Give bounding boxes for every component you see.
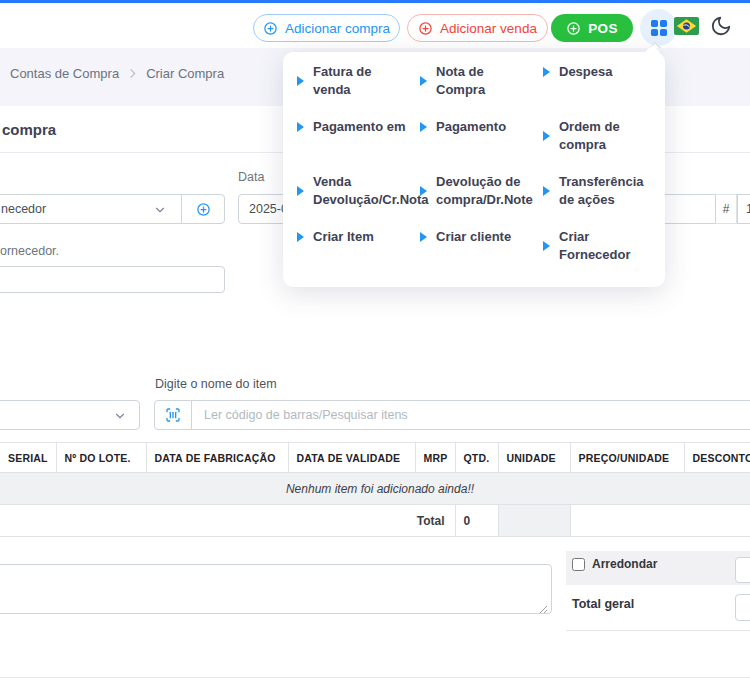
plus-circle-icon — [263, 21, 278, 36]
supplier-select[interactable]: necedor — [0, 194, 182, 224]
menu-item-venda-devolucao[interactable]: Venda Devolução/Cr.Nota — [297, 173, 420, 209]
col-qty: QTD. — [455, 443, 498, 473]
page-title: compra — [2, 121, 56, 138]
quick-menu-toggle-button[interactable] — [640, 9, 677, 46]
total-label: Total — [0, 505, 455, 537]
caret-right-icon — [420, 232, 427, 242]
menu-item-pagamento-em[interactable]: Pagamento em — [297, 118, 420, 136]
caret-right-icon — [297, 232, 304, 242]
total-row: Total 0 — [0, 505, 750, 537]
reference-number-prefix: # — [716, 194, 737, 224]
menu-item-fatura-de-venda[interactable]: Fatura de venda — [297, 63, 420, 99]
total-unit-cell — [498, 505, 570, 537]
menu-item-criar-cliente[interactable]: Criar cliente — [420, 228, 543, 246]
supplier-helper-text: ornecedor. — [0, 244, 59, 258]
menu-item-transferencia-de-acoes[interactable]: Transferência de ações — [543, 173, 666, 209]
add-purchase-label: Adicionar compra — [285, 21, 390, 36]
breadcrumb-purchase-accounts[interactable]: Contas de Compra — [10, 66, 119, 81]
breadcrumb: Contas de Compra Criar Compra — [10, 66, 224, 81]
col-manufacture-date: DATA DE FABRICAÇÃO — [146, 443, 288, 473]
barcode-scan-button[interactable] — [154, 400, 192, 430]
grand-total-label: Total geral — [572, 597, 634, 611]
col-unit: UNIDADE — [498, 443, 570, 473]
grand-total-input[interactable] — [735, 594, 750, 621]
plus-circle-icon — [196, 202, 211, 217]
col-serial: SERIAL — [0, 443, 56, 473]
col-mrp: MRP — [415, 443, 455, 473]
caret-right-icon — [543, 186, 550, 196]
table-header-row: SERIAL Nº DO LOTE. DATA DE FABRICAÇÃO DA… — [0, 443, 750, 473]
dark-mode-toggle[interactable] — [708, 13, 734, 39]
plus-circle-icon — [566, 21, 581, 36]
notes-textarea[interactable] — [0, 564, 552, 614]
date-label: Data — [238, 170, 264, 184]
breadcrumb-create-purchase: Criar Compra — [146, 66, 224, 81]
chevron-right-icon — [126, 67, 139, 80]
empty-state-row: Nenhum item foi adicionado ainda!! — [0, 473, 750, 505]
quick-actions-dropdown: Fatura de venda Nota de Compra Despesa P… — [283, 52, 665, 287]
round-label: Arredondar — [592, 557, 657, 571]
total-empty-cell — [570, 505, 750, 537]
topbar: Adicionar compra Adicionar venda POS — [0, 3, 750, 49]
total-quantity: 0 — [455, 505, 498, 537]
menu-item-criar-item[interactable]: Criar Item — [297, 228, 420, 246]
language-flag-brazil[interactable] — [674, 17, 699, 35]
menu-item-ordem-de-compra[interactable]: Ordem de compra — [543, 118, 666, 154]
menu-item-pagamento[interactable]: Pagamento — [420, 118, 543, 136]
round-checkbox[interactable] — [572, 558, 585, 571]
caret-right-icon — [297, 122, 304, 132]
col-lot-number: Nº DO LOTE. — [56, 443, 146, 473]
menu-item-criar-fornecedor[interactable]: Criar Fornecedor — [543, 228, 666, 264]
pos-label: POS — [588, 21, 618, 36]
caret-right-icon — [543, 241, 550, 251]
barcode-scan-icon — [165, 407, 181, 423]
caret-right-icon — [420, 76, 427, 86]
caret-right-icon — [297, 186, 304, 196]
menu-item-devolucao-de-compra[interactable]: Devolução de compra/Dr.Note — [420, 173, 543, 209]
supplier-address-input[interactable] — [0, 266, 225, 293]
plus-circle-icon — [418, 21, 433, 36]
item-search-label: Digite o nome do item — [155, 377, 277, 391]
caret-right-icon — [420, 186, 427, 196]
item-search-input[interactable] — [191, 400, 750, 430]
items-table: SERIAL Nº DO LOTE. DATA DE FABRICAÇÃO DA… — [0, 442, 750, 537]
menu-item-nota-de-compra[interactable]: Nota de Compra — [420, 63, 543, 99]
col-discount: DESCONTO — [684, 443, 750, 473]
empty-state-message: Nenhum item foi adicionado ainda!! — [0, 473, 750, 505]
moon-icon — [710, 15, 732, 37]
caret-right-icon — [543, 131, 550, 141]
quick-actions-grid: Fatura de venda Nota de Compra Despesa P… — [297, 63, 666, 283]
chevron-down-icon — [113, 409, 127, 426]
add-sale-label: Adicionar venda — [440, 21, 537, 36]
summary-divider — [566, 630, 750, 631]
resize-handle-icon[interactable] — [538, 600, 548, 618]
supplier-select-value: necedor — [1, 202, 46, 216]
caret-right-icon — [543, 67, 550, 77]
col-unit-price: PREÇO/UNIDADE — [570, 443, 684, 473]
chevron-down-icon — [153, 203, 167, 220]
reference-number-input[interactable] — [737, 194, 750, 224]
caret-right-icon — [297, 76, 304, 86]
app-screen: Adicionar compra Adicionar venda POS — [0, 0, 750, 690]
round-amount-input[interactable] — [735, 557, 750, 583]
col-expiry-date: DATA DE VALIDADE — [288, 443, 415, 473]
apps-grid-icon — [650, 19, 668, 37]
add-sale-button[interactable]: Adicionar venda — [407, 14, 548, 42]
warehouse-select[interactable] — [0, 400, 140, 430]
add-supplier-button[interactable] — [181, 194, 225, 224]
menu-item-despesa[interactable]: Despesa — [543, 63, 666, 81]
pos-button[interactable]: POS — [551, 14, 633, 42]
page-bottom-divider — [0, 677, 750, 678]
add-purchase-button[interactable]: Adicionar compra — [253, 14, 400, 42]
caret-right-icon — [420, 122, 427, 132]
